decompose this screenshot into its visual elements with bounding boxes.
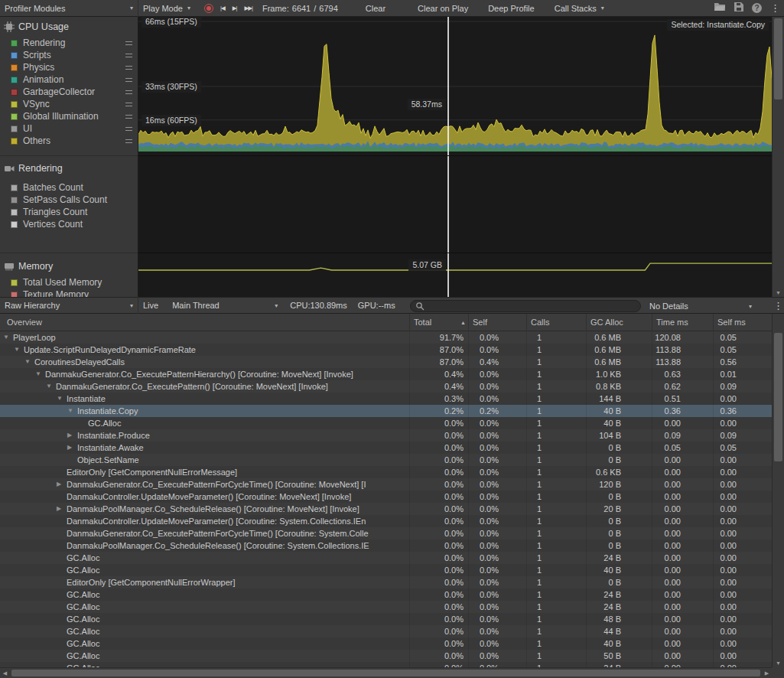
table-row[interactable]: GC.Alloc0.0%0.0%148 B0.000.00 (0, 613, 772, 625)
table-row[interactable]: ▶DanmakuPoolManager.Co_ScheduleRelease()… (0, 503, 772, 515)
column-header-self[interactable]: Self (468, 314, 526, 331)
load-profile-button[interactable] (714, 2, 726, 14)
column-header-calls[interactable]: Calls (526, 314, 586, 331)
scroll-left-icon[interactable]: ◀ (0, 670, 10, 676)
drag-handle-icon[interactable] (125, 139, 132, 143)
help-button[interactable]: ? (752, 3, 762, 13)
prev-frame-button[interactable]: |◀ (216, 5, 229, 11)
table-row[interactable]: ▼DanmakuGenerator.Co_ExecutePatternHiera… (0, 368, 772, 380)
live-toggle[interactable]: Live (138, 297, 163, 314)
expanded-triangle-icon[interactable]: ▼ (35, 368, 45, 380)
cpu-chart[interactable]: Selected: Instantiate.Copy 58.37ms 66ms … (138, 17, 772, 155)
table-row[interactable]: ▶Instantiate.Produce0.0%0.0%1104 B0.090.… (0, 429, 772, 442)
table-row[interactable]: ▼Instantiate0.3%0.0%1144 B0.510.00 (0, 393, 772, 405)
legend-item[interactable]: Rendering (0, 37, 138, 49)
record-button[interactable] (201, 4, 216, 13)
table-row[interactable]: DanmakuController.UpdateMoveParameter() … (0, 515, 772, 527)
table-row[interactable]: ▼Update.ScriptRunDelayedDynamicFrameRate… (0, 344, 772, 356)
table-row[interactable]: ▼Instantiate.Copy0.2%0.2%140 B0.360.36 (0, 405, 772, 417)
module-header[interactable]: Rendering (0, 161, 138, 175)
legend-item[interactable]: Texture Memory (0, 288, 138, 297)
expanded-triangle-icon[interactable]: ▼ (14, 344, 24, 356)
legend-item[interactable]: Batches Count (0, 181, 138, 194)
drag-handle-icon[interactable] (125, 90, 132, 94)
table-row[interactable]: EditorOnly [GetComponentNullErrorMessage… (0, 466, 772, 478)
call-stacks-dropdown[interactable]: Call Stacks ▾ (550, 0, 609, 17)
legend-item[interactable]: Animation (0, 73, 138, 86)
table-row[interactable]: GC.Alloc0.0%0.0%124 B0.000.00 (0, 601, 772, 613)
drag-handle-icon[interactable] (125, 54, 132, 57)
table-row[interactable]: GC.Alloc0.0%0.0%150 B0.000.00 (0, 650, 772, 662)
table-row[interactable]: DanmakuGenerator.Co_ExecutePatternForCyc… (0, 527, 772, 539)
memory-chart[interactable]: 5.07 GB (138, 253, 772, 297)
kebab-menu-icon[interactable]: ⋮ (770, 2, 779, 14)
save-profile-button[interactable] (734, 2, 743, 14)
scroll-right-icon[interactable]: ▶ (762, 670, 772, 676)
play-mode-dropdown[interactable]: Play Mode ▾ (138, 0, 195, 17)
details-mode-dropdown[interactable]: No Details ▾ (645, 298, 756, 315)
selected-frame-line[interactable] (447, 156, 449, 253)
selected-frame-line[interactable] (447, 17, 449, 155)
next-frame-button[interactable]: ▶| (229, 5, 241, 11)
module-header[interactable]: CPU Usage (0, 20, 138, 34)
table-row[interactable]: DanmakuController.UpdateMoveParameter() … (0, 491, 772, 503)
table-row[interactable]: GC.Alloc0.0%0.0%124 B0.000.00 (0, 588, 772, 601)
drag-handle-icon[interactable] (125, 41, 132, 45)
table-row[interactable]: GC.Alloc0.0%0.0%124 B0.000.00 (0, 552, 772, 564)
drag-handle-icon[interactable] (125, 127, 132, 131)
scroll-down-icon[interactable]: ▼ (773, 290, 784, 295)
table-row[interactable]: DanmakuPoolManager.Co_ScheduleRelease() … (0, 539, 772, 552)
column-header-time-ms[interactable]: Time ms (652, 314, 713, 331)
module-header[interactable]: Memory (0, 259, 138, 273)
column-header-overview[interactable]: Overview (0, 314, 409, 331)
horizontal-scrollbar[interactable]: ◀ ▶ (0, 667, 772, 678)
table-row[interactable]: GC.Alloc0.0%0.0%124 B0.000.00 (0, 662, 772, 667)
collapsed-triangle-icon[interactable]: ▶ (57, 478, 67, 491)
legend-item[interactable]: Triangles Count (0, 206, 138, 218)
table-row[interactable]: Object.SetName0.0%0.0%10 B0.000.00 (0, 454, 772, 466)
expanded-triangle-icon[interactable]: ▼ (3, 331, 13, 344)
legend-item[interactable]: Vertices Count (0, 218, 138, 230)
table-row[interactable]: GC.Alloc0.0%0.0%140 B0.000.00 (0, 564, 772, 576)
selected-frame-line[interactable] (447, 253, 449, 297)
drag-handle-icon[interactable] (125, 103, 132, 106)
hierarchy-mode-dropdown[interactable]: Raw Hierarchy ▾ (0, 297, 138, 314)
column-header-gc-alloc[interactable]: GC Alloc (586, 314, 652, 331)
expanded-triangle-icon[interactable]: ▼ (57, 393, 67, 405)
drag-handle-icon[interactable] (125, 115, 132, 119)
collapsed-triangle-icon[interactable]: ▶ (57, 503, 67, 515)
table-row[interactable]: GC.Alloc0.0%0.0%140 B0.000.00 (0, 417, 772, 429)
table-scrollbar[interactable]: ▼ (772, 314, 784, 667)
clear-on-play-button[interactable]: Clear on Play (413, 0, 473, 17)
drag-handle-icon[interactable] (125, 78, 132, 82)
expanded-triangle-icon[interactable]: ▼ (46, 380, 56, 393)
table-row[interactable]: ▼DanmakuGenerator.Co_ExecutePattern() [C… (0, 380, 772, 393)
table-row[interactable]: ▶Instantiate.Awake0.0%0.0%10 B0.050.05 (0, 442, 772, 454)
search-field[interactable] (410, 300, 641, 312)
legend-item[interactable]: GarbageCollector (0, 86, 138, 98)
legend-item[interactable]: Physics (0, 61, 138, 73)
kebab-menu-icon[interactable]: ⋮ (773, 300, 782, 311)
thread-dropdown[interactable]: Main Thread ▾ (168, 297, 282, 314)
legend-item[interactable]: Total Used Memory (0, 276, 138, 288)
legend-item[interactable]: Scripts (0, 49, 138, 61)
legend-item[interactable]: Global Illumination (0, 110, 138, 122)
legend-item[interactable]: SetPass Calls Count (0, 194, 138, 206)
column-header-self-ms[interactable]: Self ms (713, 314, 772, 331)
horizontal-scrollbar-thumb[interactable] (11, 670, 760, 676)
legend-item[interactable]: UI (0, 122, 138, 135)
search-input[interactable] (428, 301, 636, 311)
collapsed-triangle-icon[interactable]: ▶ (67, 429, 77, 442)
last-frame-button[interactable]: ▶▶| (240, 5, 255, 11)
table-row[interactable]: ▶DanmakuGenerator.Co_ExecutePatternForCy… (0, 478, 772, 491)
table-row[interactable]: GC.Alloc0.0%0.0%140 B0.000.00 (0, 637, 772, 650)
column-header-total[interactable]: Total▲ (409, 314, 468, 331)
rendering-chart[interactable] (138, 155, 772, 253)
deep-profile-button[interactable]: Deep Profile (483, 0, 539, 17)
charts-scrollbar-thumb[interactable] (774, 18, 782, 99)
charts-scrollbar[interactable]: ▼ (772, 17, 784, 297)
expanded-triangle-icon[interactable]: ▼ (67, 405, 77, 417)
expanded-triangle-icon[interactable]: ▼ (24, 356, 34, 368)
profiler-modules-dropdown[interactable]: Profiler Modules ▾ (0, 0, 138, 17)
drag-handle-icon[interactable] (125, 66, 132, 70)
